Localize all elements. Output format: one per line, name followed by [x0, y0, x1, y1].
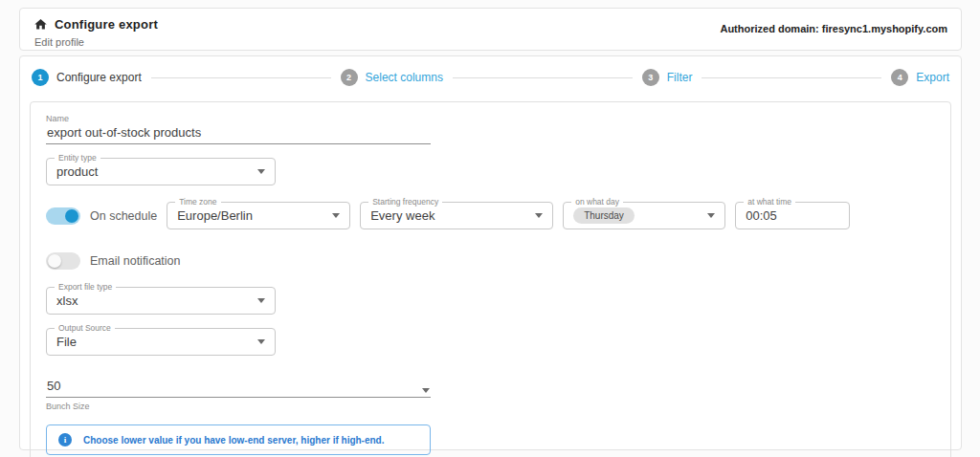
header: Configure export Edit profile Authorized… — [19, 8, 962, 51]
name-field[interactable]: Name export out-of-stock products — [46, 114, 431, 144]
on-schedule-label: On schedule — [90, 209, 157, 223]
export-file-type-select[interactable]: Export file type xlsx — [46, 287, 276, 315]
step-2-circle: 2 — [341, 69, 358, 86]
output-source-value: File — [56, 335, 77, 349]
time-zone-value: Europe/Berlin — [177, 208, 253, 223]
step-export[interactable]: 4 Export — [891, 69, 949, 86]
header-left: Configure export Edit profile — [33, 17, 158, 50]
chevron-down-icon — [535, 213, 543, 218]
stepper: 1 Configure export 2 Select columns 3 Fi… — [29, 61, 952, 94]
on-what-day-select[interactable]: on what day Thursday — [563, 202, 725, 229]
on-schedule-toggle-wrap[interactable]: On schedule — [46, 207, 157, 225]
time-zone-label: Time zone — [175, 197, 220, 207]
step-configure-export[interactable]: 1 Configure export — [32, 69, 142, 86]
time-zone-select[interactable]: Time zone Europe/Berlin — [167, 202, 350, 229]
entity-type-label: Entity type — [55, 153, 100, 163]
export-file-type-value: xlsx — [56, 294, 78, 308]
page: Configure export Edit profile Authorized… — [0, 0, 980, 457]
output-source-label: Output Source — [55, 323, 115, 333]
day-chip[interactable]: Thursday — [573, 207, 635, 224]
on-schedule-toggle[interactable] — [46, 207, 80, 225]
chevron-down-icon — [332, 213, 340, 218]
starting-frequency-select[interactable]: Starting frequency Every week — [360, 202, 553, 229]
info-message: Choose lower value if you have low-end s… — [83, 435, 385, 446]
step-filter[interactable]: 3 Filter — [642, 69, 693, 86]
info-box: i Choose lower value if you have low-end… — [46, 424, 431, 455]
step-connector — [453, 77, 633, 78]
step-select-columns[interactable]: 2 Select columns — [341, 69, 443, 86]
email-notification-toggle-wrap[interactable]: Email notification — [46, 252, 935, 270]
on-what-day-label: on what day — [571, 197, 623, 207]
name-input[interactable]: export out-of-stock products — [47, 125, 201, 140]
edit-profile-subtitle: Edit profile — [34, 36, 158, 48]
step-2-label: Select columns — [366, 71, 443, 84]
step-connector — [151, 77, 331, 78]
entity-type-value: product — [56, 164, 98, 179]
bunch-size-field[interactable]: 50 Bunch Size — [46, 377, 431, 411]
step-3-circle: 3 — [642, 69, 659, 86]
starting-frequency-value: Every week — [370, 208, 434, 223]
entity-type-select[interactable]: Entity type product — [46, 158, 276, 185]
chevron-down-icon — [707, 213, 715, 218]
email-notification-label: Email notification — [90, 254, 181, 268]
bunch-size-value[interactable]: 50 — [47, 379, 60, 393]
schedule-row: On schedule Time zone Europe/Berlin Star… — [46, 202, 935, 229]
step-4-label: Export — [916, 71, 949, 84]
chevron-down-icon — [257, 169, 265, 174]
step-4-circle: 4 — [891, 69, 908, 86]
bunch-size-label: Bunch Size — [46, 402, 431, 411]
page-title: Configure export — [55, 17, 158, 32]
at-what-time-label: at what time — [744, 197, 795, 207]
at-what-time-value: 00:05 — [746, 208, 777, 223]
export-file-type-label: Export file type — [55, 282, 116, 292]
at-what-time-input[interactable]: at what time 00:05 — [735, 202, 850, 229]
output-source-select[interactable]: Output Source File — [46, 328, 276, 356]
name-label: Name — [46, 114, 431, 123]
step-3-label: Filter — [667, 71, 693, 84]
chevron-down-icon — [422, 388, 430, 393]
step-connector — [702, 77, 881, 78]
starting-frequency-label: Starting frequency — [368, 197, 442, 207]
step-1-label: Configure export — [56, 71, 142, 84]
step-1-circle: 1 — [32, 69, 49, 86]
home-icon[interactable] — [33, 17, 48, 32]
chevron-down-icon — [257, 339, 265, 344]
email-notification-toggle[interactable] — [46, 252, 80, 270]
chevron-down-icon — [257, 298, 265, 303]
main-card: 1 Configure export 2 Select columns 3 Fi… — [19, 55, 962, 450]
authorized-domain: Authorized domain: firesync1.myshopify.c… — [720, 23, 947, 50]
form-panel: Name export out-of-stock products Entity… — [30, 101, 951, 457]
info-icon: i — [58, 433, 72, 446]
